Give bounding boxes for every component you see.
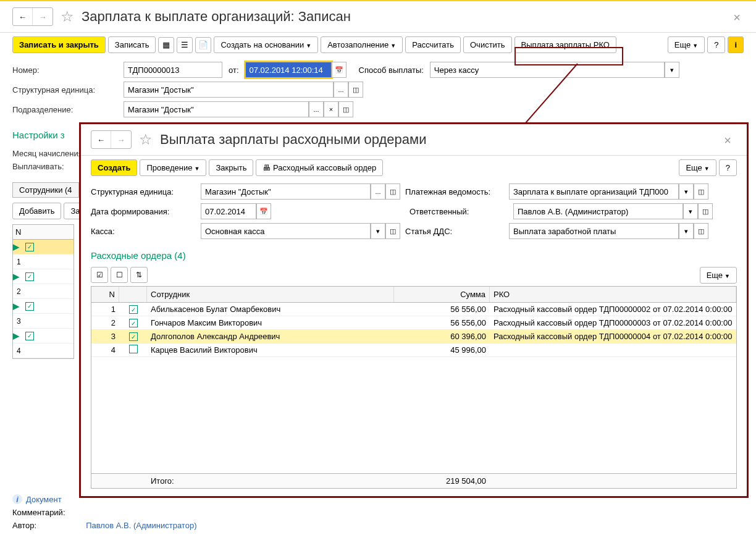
forward-button[interactable]: → bbox=[33, 8, 52, 25]
m-resp-dropdown-icon[interactable]: ▾ bbox=[683, 203, 698, 219]
m-calendar-icon[interactable]: 📅 bbox=[256, 203, 271, 219]
m-date-input[interactable] bbox=[201, 203, 256, 219]
m-dds-input[interactable] bbox=[509, 223, 679, 239]
pay-rko-button[interactable]: Выплата зарплаты РКО bbox=[514, 36, 616, 53]
m-unit-input[interactable] bbox=[201, 183, 371, 200]
document-link[interactable]: Документ bbox=[26, 495, 62, 504]
m-doc-input[interactable] bbox=[509, 183, 679, 200]
dept-clear-icon[interactable]: × bbox=[324, 101, 338, 117]
clear-button[interactable]: Очистить bbox=[463, 36, 512, 53]
modal-more-button[interactable]: Еще▼ bbox=[679, 159, 716, 176]
help-button[interactable]: ? bbox=[707, 36, 725, 53]
checkbox-icon[interactable]: ✓ bbox=[25, 272, 34, 281]
checkbox-icon[interactable]: ✓ bbox=[25, 243, 34, 251]
calc-button[interactable]: Рассчитать bbox=[405, 36, 461, 53]
table-row[interactable]: 3✓Долгополов Александр Андреевич60 396,0… bbox=[91, 330, 736, 343]
create-based-button[interactable]: Создать на основании▼ bbox=[214, 36, 318, 53]
close-icon[interactable]: × bbox=[733, 11, 741, 25]
table-more-button[interactable]: Еще▼ bbox=[700, 267, 737, 284]
main-header: ← → ☆ Зарплата к выплате организаций: За… bbox=[0, 1, 756, 33]
modal-back-button[interactable]: ← bbox=[91, 131, 111, 148]
col-sum[interactable]: Сумма bbox=[394, 287, 490, 302]
col-n[interactable]: N bbox=[91, 287, 119, 302]
unit-select-icon[interactable]: ... bbox=[334, 82, 348, 98]
col-chk[interactable] bbox=[119, 287, 147, 302]
modal-create-button[interactable]: Создать bbox=[91, 159, 137, 176]
grid-row[interactable]: 2 bbox=[13, 284, 74, 299]
employees-tab[interactable]: Сотрудники (4 bbox=[12, 182, 79, 198]
orders-section: Расходные ордера (4) bbox=[81, 246, 747, 264]
favorite-icon[interactable]: ☆ bbox=[61, 8, 74, 25]
cell-chk[interactable]: ✓ bbox=[119, 303, 147, 316]
modal-header: ← → ☆ Выплата зарплаты расходными ордера… bbox=[81, 124, 747, 156]
grid-row[interactable]: ▶✓ bbox=[13, 269, 74, 284]
unit-open-icon[interactable]: ◫ bbox=[348, 82, 363, 98]
cell-chk[interactable]: ✓ bbox=[119, 317, 147, 329]
dept-select-icon[interactable]: ... bbox=[309, 101, 324, 117]
sort-icon[interactable]: ⇅ bbox=[130, 267, 148, 283]
m-cash-dropdown-icon[interactable]: ▾ bbox=[371, 223, 385, 239]
m-unit-open-icon[interactable]: ◫ bbox=[385, 183, 400, 200]
m-cash-input[interactable] bbox=[201, 223, 371, 239]
checkbox-icon[interactable]: ✓ bbox=[25, 332, 34, 340]
calendar-icon[interactable]: 📅 bbox=[332, 62, 346, 78]
m-doc-open-icon[interactable]: ◫ bbox=[694, 183, 708, 200]
number-input[interactable] bbox=[124, 62, 222, 78]
m-unit-select-icon[interactable]: ... bbox=[371, 183, 385, 200]
modal-posting-button[interactable]: Проведение▼ bbox=[140, 159, 206, 176]
back-button[interactable]: ← bbox=[13, 8, 33, 25]
m-date-label: Дата формирования: bbox=[91, 207, 196, 216]
m-resp-input[interactable] bbox=[513, 203, 683, 219]
cell-rko bbox=[490, 349, 736, 352]
check-all-icon[interactable]: ☑ bbox=[91, 267, 108, 283]
save-button[interactable]: Записать bbox=[108, 36, 156, 53]
m-dds-open-icon[interactable]: ◫ bbox=[694, 223, 708, 239]
icon-button-3[interactable]: 📄 bbox=[195, 37, 211, 53]
info-icon[interactable]: i bbox=[728, 36, 744, 53]
modal-favorite-icon[interactable]: ☆ bbox=[139, 131, 153, 148]
grid-row[interactable]: ▶✓ bbox=[13, 299, 74, 314]
from-label: от: bbox=[229, 65, 239, 75]
col-emp[interactable]: Сотрудник bbox=[147, 287, 394, 302]
unit-label: Структурная единица: bbox=[12, 85, 117, 95]
uncheck-all-icon[interactable]: ☐ bbox=[111, 267, 128, 283]
grid-row[interactable]: 3 bbox=[13, 314, 74, 329]
m-dds-dropdown-icon[interactable]: ▾ bbox=[679, 223, 694, 239]
add-button[interactable]: Добавить bbox=[12, 203, 61, 219]
table-row[interactable]: 1✓Абилькасенов Булат Омарбекович56 556,0… bbox=[91, 303, 736, 316]
modal-print-button[interactable]: 🖶 Расходный кассовый ордер bbox=[256, 159, 383, 176]
dept-input[interactable] bbox=[124, 101, 309, 117]
col-rko[interactable]: РКО bbox=[490, 287, 736, 302]
grid-row[interactable]: ▶✓ bbox=[13, 329, 74, 343]
autofill-button[interactable]: Автозаполнение▼ bbox=[321, 36, 403, 53]
save-close-button[interactable]: Записать и закрыть bbox=[12, 36, 106, 53]
modal-close-icon[interactable]: × bbox=[724, 133, 731, 148]
more-button[interactable]: Еще▼ bbox=[668, 36, 705, 53]
m-cash-open-icon[interactable]: ◫ bbox=[385, 223, 400, 239]
icon-button-1[interactable]: ▦ bbox=[158, 37, 174, 53]
modal-forward-button[interactable]: → bbox=[111, 131, 131, 148]
m-unit-label: Структурная единица: bbox=[91, 187, 196, 196]
cell-chk[interactable]: ✓ bbox=[119, 331, 147, 343]
icon-button-2[interactable]: ☰ bbox=[177, 37, 193, 53]
modal-help-button[interactable]: ? bbox=[719, 159, 737, 176]
method-dropdown-icon[interactable]: ▾ bbox=[665, 62, 679, 78]
method-input[interactable] bbox=[430, 62, 665, 78]
checkbox-icon[interactable]: ✓ bbox=[25, 302, 34, 311]
table-row[interactable]: 4Карцев Василий Викторович45 996,00 bbox=[91, 343, 736, 357]
m-resp-open-icon[interactable]: ◫ bbox=[698, 203, 713, 219]
table-row[interactable]: 2✓Гончаров Максим Викторович56 556,00Рас… bbox=[91, 316, 736, 330]
date-input[interactable] bbox=[245, 62, 332, 78]
modal-close-button[interactable]: Закрыть bbox=[209, 159, 253, 176]
m-doc-dropdown-icon[interactable]: ▾ bbox=[679, 183, 694, 200]
author-link[interactable]: Павлов А.В. (Администратор) bbox=[86, 521, 196, 530]
grid-row[interactable]: 1 bbox=[13, 255, 74, 269]
m-dds-label: Статья ДДС: bbox=[405, 227, 504, 236]
cell-chk[interactable] bbox=[119, 343, 147, 356]
cell-rko: Расходный кассовый ордер ТДП00000004 от … bbox=[490, 331, 736, 342]
unit-input[interactable] bbox=[124, 82, 334, 98]
dept-open-icon[interactable]: ◫ bbox=[338, 101, 353, 117]
grid-row[interactable]: ▶✓ bbox=[13, 240, 74, 255]
modal-toolbar: Создать Проведение▼ Закрыть 🖶 Расходный … bbox=[81, 156, 747, 180]
grid-row[interactable]: 4 bbox=[13, 343, 74, 358]
